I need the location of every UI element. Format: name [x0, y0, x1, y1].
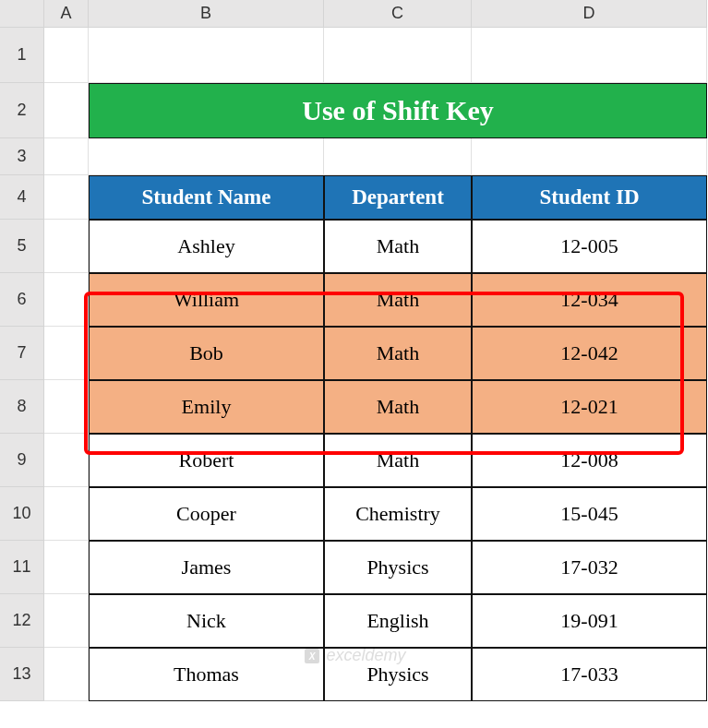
table-row[interactable]: English	[324, 594, 472, 648]
cell-a8[interactable]	[44, 380, 89, 434]
table-row[interactable]: 19-091	[472, 594, 707, 648]
cell-a1[interactable]	[44, 28, 89, 83]
cell-a5[interactable]	[44, 220, 89, 273]
table-row[interactable]: 12-021	[472, 380, 707, 434]
table-row[interactable]: Physics	[324, 541, 472, 594]
table-row[interactable]: 12-005	[472, 220, 707, 273]
cell-a11[interactable]	[44, 541, 89, 594]
row-header-7[interactable]: 7	[0, 327, 44, 380]
row-header-5[interactable]: 5	[0, 220, 44, 273]
table-row[interactable]: James	[89, 541, 324, 594]
col-header-a[interactable]: A	[44, 0, 89, 28]
cell-a3[interactable]	[44, 138, 89, 175]
cell-b1[interactable]	[89, 28, 324, 83]
spreadsheet-grid: A B C D 1 2 Use of Shift Key 3 4 Student…	[0, 0, 708, 701]
table-row[interactable]: Thomas	[89, 648, 324, 701]
row-header-1[interactable]: 1	[0, 28, 44, 83]
col-header-c[interactable]: C	[324, 0, 472, 28]
table-header-dept[interactable]: Departent	[324, 175, 472, 220]
table-row[interactable]: 17-032	[472, 541, 707, 594]
cell-d1[interactable]	[472, 28, 707, 83]
cell-c1[interactable]	[324, 28, 472, 83]
cell-b3[interactable]	[89, 138, 324, 175]
row-header-8[interactable]: 8	[0, 380, 44, 434]
row-header-4[interactable]: 4	[0, 175, 44, 220]
table-row[interactable]: Math	[324, 273, 472, 327]
row-header-6[interactable]: 6	[0, 273, 44, 327]
table-row[interactable]: 15-045	[472, 487, 707, 541]
table-row[interactable]: 12-034	[472, 273, 707, 327]
cell-a10[interactable]	[44, 487, 89, 541]
table-row[interactable]: Math	[324, 380, 472, 434]
row-header-2[interactable]: 2	[0, 83, 44, 138]
table-header-name[interactable]: Student Name	[89, 175, 324, 220]
cell-a7[interactable]	[44, 327, 89, 380]
table-row[interactable]: 12-008	[472, 434, 707, 487]
col-header-d[interactable]: D	[472, 0, 707, 28]
cell-a12[interactable]	[44, 594, 89, 648]
table-row[interactable]: William	[89, 273, 324, 327]
cell-a4[interactable]	[44, 175, 89, 220]
cell-a2[interactable]	[44, 83, 89, 138]
title-banner[interactable]: Use of Shift Key	[89, 83, 707, 138]
row-header-10[interactable]: 10	[0, 487, 44, 541]
cell-c3[interactable]	[324, 138, 472, 175]
corner-cell[interactable]	[0, 0, 44, 28]
row-header-3[interactable]: 3	[0, 138, 44, 175]
table-row[interactable]: Nick	[89, 594, 324, 648]
cell-a9[interactable]	[44, 434, 89, 487]
table-row[interactable]: Ashley	[89, 220, 324, 273]
row-header-11[interactable]: 11	[0, 541, 44, 594]
table-row[interactable]: Math	[324, 220, 472, 273]
row-header-13[interactable]: 13	[0, 648, 44, 701]
table-row[interactable]: Math	[324, 434, 472, 487]
table-row[interactable]: Cooper	[89, 487, 324, 541]
table-row[interactable]: Math	[324, 327, 472, 380]
col-header-b[interactable]: B	[89, 0, 324, 28]
table-row[interactable]: Chemistry	[324, 487, 472, 541]
table-row[interactable]: 12-042	[472, 327, 707, 380]
table-row[interactable]: Physics	[324, 648, 472, 701]
row-header-12[interactable]: 12	[0, 594, 44, 648]
cell-a6[interactable]	[44, 273, 89, 327]
cell-d3[interactable]	[472, 138, 707, 175]
cell-a13[interactable]	[44, 648, 89, 701]
row-header-9[interactable]: 9	[0, 434, 44, 487]
table-row[interactable]: 17-033	[472, 648, 707, 701]
table-row[interactable]: Emily	[89, 380, 324, 434]
table-header-id[interactable]: Student ID	[472, 175, 707, 220]
table-row[interactable]: Bob	[89, 327, 324, 380]
table-row[interactable]: Robert	[89, 434, 324, 487]
